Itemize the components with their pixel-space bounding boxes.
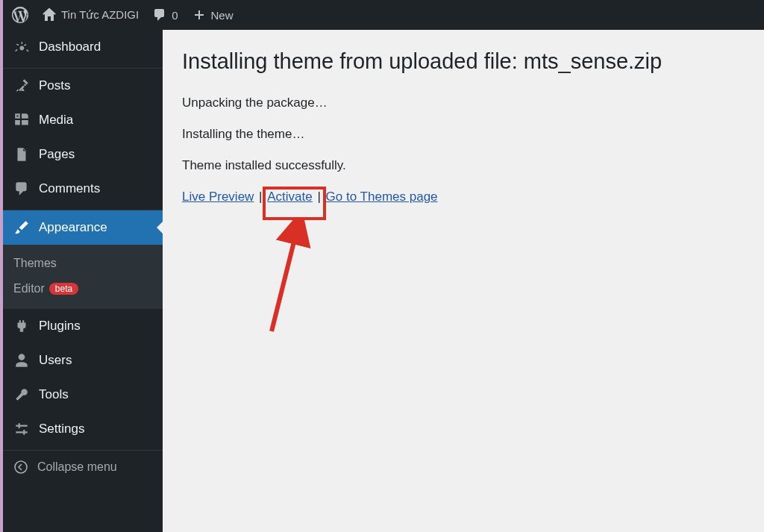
status-installing: Installing the theme…	[182, 127, 745, 142]
tools-label: Tools	[39, 387, 69, 402]
separator: |	[317, 190, 324, 204]
beta-badge: beta	[49, 283, 78, 295]
new-label: New	[211, 9, 234, 22]
page-icon	[13, 146, 30, 163]
plugins-label: Plugins	[39, 319, 81, 334]
collapse-menu[interactable]: Collapse menu	[3, 451, 163, 484]
dashboard-icon	[13, 39, 30, 55]
page-title: Installing theme from uploaded file: mts…	[182, 48, 745, 75]
themes-label: Themes	[13, 257, 57, 270]
sidebar-item-plugins[interactable]: Plugins	[3, 309, 163, 343]
admin-toolbar: Tin Tức AZDIGI 0 New	[3, 0, 764, 30]
status-success: Theme installed successfully.	[182, 158, 745, 173]
submenu-item-themes[interactable]: Themes	[3, 251, 163, 276]
sliders-icon	[13, 421, 30, 437]
sidebar-item-posts[interactable]: Posts	[3, 69, 163, 103]
sidebar-item-tools[interactable]: Tools	[3, 378, 163, 412]
settings-label: Settings	[39, 422, 84, 436]
pages-label: Pages	[39, 147, 75, 162]
pin-icon	[13, 78, 30, 94]
home-icon	[42, 7, 57, 22]
activate-link[interactable]: Activate	[267, 190, 312, 204]
site-name-link[interactable]: Tin Tức AZDIGI	[42, 7, 139, 22]
wordpress-icon	[12, 7, 28, 23]
collapse-label: Collapse menu	[37, 460, 117, 474]
media-icon	[13, 112, 30, 128]
comments-count: 0	[172, 9, 178, 22]
new-content-link[interactable]: New	[192, 7, 234, 22]
users-label: Users	[39, 353, 72, 368]
comments-label: Comments	[39, 181, 100, 196]
sidebar-item-comments[interactable]: Comments	[3, 172, 163, 206]
sidebar-item-users[interactable]: Users	[3, 343, 163, 378]
appearance-submenu: Themes Editor beta	[3, 245, 163, 309]
separator: |	[259, 190, 266, 204]
media-label: Media	[39, 113, 73, 128]
brush-icon	[13, 219, 30, 236]
comment-icon	[152, 7, 167, 22]
theme-action-links: Live Preview | Activate | Go to Themes p…	[182, 190, 745, 204]
main-content: Installing theme from uploaded file: mts…	[163, 30, 764, 532]
sidebar-item-pages[interactable]: Pages	[3, 137, 163, 172]
appearance-label: Appearance	[39, 220, 107, 235]
collapse-icon	[13, 460, 28, 475]
status-unpacking: Unpacking the package…	[182, 96, 745, 110]
submenu-item-editor[interactable]: Editor beta	[3, 276, 163, 301]
comments-icon	[13, 181, 30, 197]
site-name-label: Tin Tức AZDIGI	[61, 8, 139, 22]
plugin-icon	[13, 318, 30, 334]
sidebar-item-settings[interactable]: Settings	[3, 412, 163, 446]
wp-logo[interactable]	[12, 7, 28, 23]
sidebar-item-dashboard[interactable]: Dashboard	[3, 30, 163, 64]
live-preview-link[interactable]: Live Preview	[182, 190, 254, 204]
comments-link[interactable]: 0	[152, 7, 178, 22]
svg-point-0	[15, 461, 27, 473]
wrench-icon	[13, 387, 30, 403]
user-icon	[13, 352, 30, 369]
plus-icon	[192, 7, 207, 22]
dashboard-label: Dashboard	[39, 40, 101, 54]
sidebar-item-media[interactable]: Media	[3, 103, 163, 137]
editor-label: Editor	[13, 282, 45, 295]
sidebar-item-appearance[interactable]: Appearance	[3, 210, 163, 245]
posts-label: Posts	[39, 78, 71, 93]
admin-sidebar: Dashboard Posts Media Pages Comments App…	[3, 30, 163, 532]
go-to-themes-link[interactable]: Go to Themes page	[326, 190, 438, 204]
